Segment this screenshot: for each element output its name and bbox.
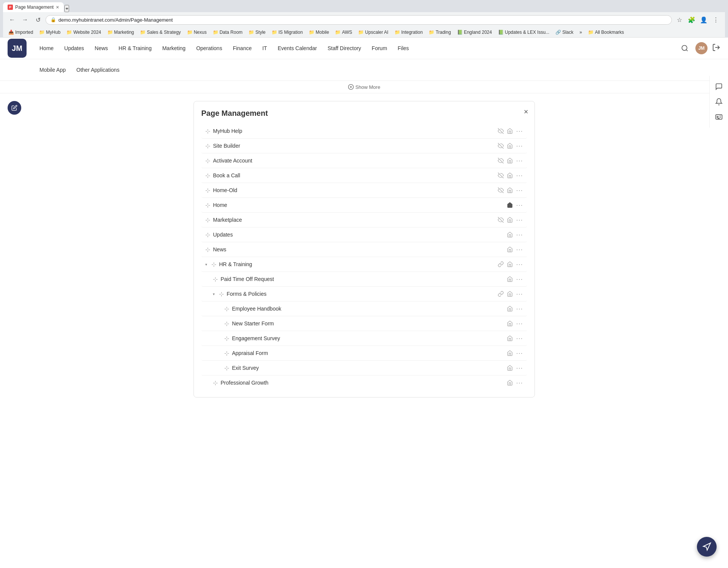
bookmark-imported[interactable]: 📥 Imported [7,29,35,36]
forward-button[interactable]: → [20,14,30,25]
bookmark-website[interactable]: 📁 Website 2024 [65,29,102,36]
drag-handle[interactable]: ⊹ [205,142,210,150]
more-options-button[interactable]: ⋯ [516,349,523,357]
address-bar[interactable]: 🔒 demo.myhubintranet.com/Admin/Page-Mana… [46,15,672,25]
home-toggle[interactable] [507,232,513,238]
nav-mobile-app[interactable]: Mobile App [34,59,71,80]
drag-handle[interactable]: ⊹ [224,350,229,357]
close-button[interactable]: × [524,107,528,116]
notifications-sidebar-button[interactable] [712,95,726,109]
show-more-bar[interactable]: Show More [0,81,728,93]
home-toggle[interactable] [507,128,513,134]
bookmark-upscaler[interactable]: 📁 Upscaler AI [357,29,390,36]
logo[interactable]: JM [8,39,27,58]
drag-handle[interactable]: ⊹ [224,305,229,312]
nav-hr-training[interactable]: HR & Training [113,38,157,59]
drag-handle[interactable]: ⊹ [211,261,216,268]
id-card-sidebar-button[interactable] [712,110,726,124]
home-toggle-active[interactable] [507,202,513,208]
bookmark-aws[interactable]: 📁 AWS [333,29,354,36]
drag-handle[interactable]: ⊹ [205,202,210,209]
visibility-toggle[interactable] [498,128,504,134]
drag-handle[interactable]: ⊹ [205,128,210,135]
drag-handle[interactable]: ⊹ [213,379,218,387]
home-toggle[interactable] [507,158,513,164]
visibility-toggle[interactable] [498,187,504,193]
nav-news[interactable]: News [90,38,113,59]
more-options-button[interactable]: ⋯ [516,334,523,342]
user-avatar[interactable]: JM [695,42,708,54]
more-options-button[interactable]: ⋮ [711,14,721,25]
home-toggle[interactable] [507,320,513,327]
bookmark-dataroom[interactable]: 📁 Data Room [211,29,244,36]
home-toggle[interactable] [507,335,513,341]
visibility-toggle[interactable] [498,172,504,178]
drag-handle[interactable]: ⊹ [205,157,210,164]
more-options-button[interactable]: ⋯ [516,260,523,268]
drag-handle[interactable]: ⊹ [205,231,210,238]
drag-handle[interactable]: ⊹ [224,335,229,342]
bookmark-england[interactable]: 📗 England 2024 [456,29,494,36]
drag-handle[interactable]: ⊹ [224,320,229,327]
bookmark-slack[interactable]: 🔗 Slack [554,29,575,36]
visibility-toggle[interactable] [498,217,504,223]
bookmark-nexus[interactable]: 📁 Nexus [186,29,208,36]
more-options-button[interactable]: ⋯ [516,156,523,165]
home-toggle[interactable] [507,276,513,282]
bookmark-updates-lex[interactable]: 📗 Updates & LEX Issu... [497,29,551,36]
home-toggle[interactable] [507,350,513,356]
collapse-arrow[interactable]: ▾ [205,262,211,267]
more-options-button[interactable]: ⋯ [516,275,523,283]
more-options-button[interactable]: ⋯ [516,230,523,239]
nav-updates[interactable]: Updates [59,38,89,59]
nav-staff-directory[interactable]: Staff Directory [322,38,366,59]
tab-close-button[interactable]: ✕ [56,5,59,10]
drag-handle[interactable]: ⊹ [224,364,229,372]
more-options-button[interactable]: ⋯ [516,319,523,328]
home-toggle[interactable] [507,291,513,297]
bookmark-button[interactable]: ☆ [674,14,685,25]
more-options-button[interactable]: ⋯ [516,216,523,224]
nav-forum[interactable]: Forum [366,38,392,59]
collapse-arrow[interactable]: ▾ [213,292,218,296]
visibility-toggle[interactable] [498,143,504,149]
nav-files[interactable]: Files [392,38,414,59]
more-options-button[interactable]: ⋯ [516,290,523,298]
bookmark-all[interactable]: 📁 All Bookmarks [586,29,626,36]
bookmark-migration[interactable]: 📁 IS Migration [270,29,304,36]
more-options-button[interactable]: ⋯ [516,201,523,209]
nav-marketing[interactable]: Marketing [157,38,191,59]
bookmark-integration[interactable]: 📁 Integration [393,29,425,36]
bookmark-marketing[interactable]: 📁 Marketing [106,29,136,36]
nav-operations[interactable]: Operations [191,38,227,59]
more-options-button[interactable]: ⋯ [516,142,523,150]
home-toggle[interactable] [507,187,513,193]
nav-home[interactable]: Home [34,38,59,59]
new-tab-button[interactable]: + [64,5,69,12]
nav-other-applications[interactable]: Other Applications [71,59,125,80]
reload-button[interactable]: ↺ [33,14,43,25]
more-options-button[interactable]: ⋯ [516,364,523,372]
bookmark-style[interactable]: 📁 Style [247,29,267,36]
logout-button[interactable] [712,43,720,54]
drag-handle[interactable]: ⊹ [205,172,210,179]
home-toggle[interactable] [507,365,513,371]
nav-events[interactable]: Events Calendar [272,38,322,59]
fab-button[interactable] [697,537,717,557]
link-icon-button[interactable] [498,291,504,297]
drag-handle[interactable]: ⊹ [213,276,218,283]
back-button[interactable]: ← [7,14,17,25]
chat-sidebar-button[interactable] [712,80,726,93]
bookmark-sales[interactable]: 📁 Sales & Strategy [138,29,182,36]
nav-it[interactable]: IT [257,38,272,59]
more-options-button[interactable]: ⋯ [516,379,523,387]
home-toggle[interactable] [507,306,513,312]
more-options-button[interactable]: ⋯ [516,305,523,313]
bookmark-trading[interactable]: 📁 Trading [427,29,452,36]
home-toggle[interactable] [507,217,513,223]
profile-button[interactable]: 👤 [698,14,709,25]
home-toggle[interactable] [507,172,513,178]
home-toggle[interactable] [507,246,513,252]
search-button[interactable] [679,42,691,54]
link-icon-button[interactable] [498,261,504,267]
